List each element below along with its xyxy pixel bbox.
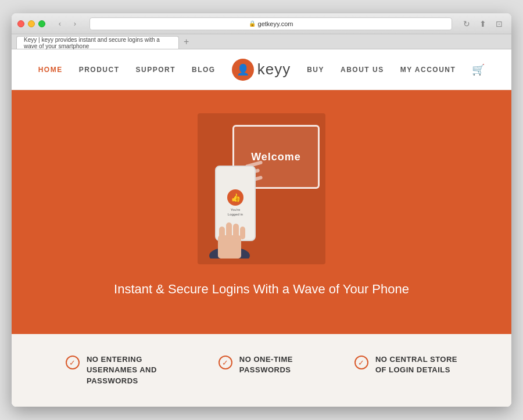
browser-tabbar: Keyy | keyy provides instant and secure … bbox=[12, 34, 511, 49]
hero-section: Welcome 👍 You'reLogged in bbox=[12, 90, 511, 334]
nav-home[interactable]: HOME bbox=[38, 66, 63, 74]
address-bar[interactable]: 🔒 getkeyy.com bbox=[89, 17, 452, 30]
feature-item-2: ✓ NO ONE-TIMEPASSWORDS bbox=[218, 354, 293, 375]
feature-text-2: NO ONE-TIMEPASSWORDS bbox=[239, 354, 293, 375]
maximize-button[interactable] bbox=[38, 20, 45, 27]
feature-text-3: NO CENTRAL STOREOF LOGIN DETAILS bbox=[375, 354, 457, 375]
back-button[interactable]: ‹ bbox=[53, 17, 66, 30]
hand-svg bbox=[206, 206, 262, 259]
svg-rect-5 bbox=[240, 227, 245, 239]
feature-check-icon-2: ✓ bbox=[218, 356, 232, 369]
hero-tagline: Instant & Secure Logins With a Wave of Y… bbox=[114, 282, 409, 297]
feature-text-1: NO ENTERINGUSERNAMES ANDPASSWORDS bbox=[87, 354, 157, 386]
close-button[interactable] bbox=[17, 20, 24, 27]
nav-list: HOME PRODUCT SUPPORT BLOG 👤 keyy BUY ABO… bbox=[38, 59, 485, 81]
hero-image: Welcome 👍 You'reLogged in bbox=[198, 113, 325, 264]
site-nav: HOME PRODUCT SUPPORT BLOG 👤 keyy BUY ABO… bbox=[12, 49, 511, 90]
nav-buy[interactable]: BUY bbox=[307, 66, 324, 74]
minimize-button[interactable] bbox=[28, 20, 35, 27]
lock-icon: 🔒 bbox=[249, 20, 256, 27]
browser-window: ‹ › 🔒 getkeyy.com ↻ ⬆ ⊡ Keyy | keyy prov… bbox=[12, 13, 511, 407]
nav-about[interactable]: ABOUT US bbox=[341, 66, 384, 74]
resize-button[interactable]: ⊡ bbox=[493, 17, 506, 30]
logo-text: keyy bbox=[257, 60, 291, 78]
new-tab-button[interactable]: + bbox=[181, 37, 191, 47]
feature-check-icon-3: ✓ bbox=[354, 356, 368, 369]
nav-blog[interactable]: BLOG bbox=[192, 66, 216, 74]
website-content: HOME PRODUCT SUPPORT BLOG 👤 keyy BUY ABO… bbox=[12, 49, 511, 407]
features-bar: ✓ NO ENTERINGUSERNAMES ANDPASSWORDS ✓ NO… bbox=[12, 334, 511, 407]
nav-product[interactable]: PRODUCT bbox=[79, 66, 120, 74]
tab-title: Keyy | keyy provides instant and secure … bbox=[24, 37, 171, 49]
refresh-button[interactable]: ↻ bbox=[460, 17, 473, 30]
nav-account[interactable]: MY ACCOUNT bbox=[400, 66, 456, 74]
forward-button[interactable]: › bbox=[69, 17, 81, 30]
url-text: getkeyy.com bbox=[258, 20, 293, 27]
nav-support[interactable]: SUPPORT bbox=[136, 66, 176, 74]
nav-logo[interactable]: 👤 keyy bbox=[232, 59, 291, 81]
cart-icon: 🛒 bbox=[472, 64, 485, 76]
feature-item-1: ✓ NO ENTERINGUSERNAMES ANDPASSWORDS bbox=[66, 354, 157, 386]
svg-rect-2 bbox=[219, 227, 225, 241]
svg-rect-4 bbox=[233, 224, 239, 239]
browser-nav: ‹ › bbox=[53, 17, 81, 30]
monitor-mockup: Welcome 👍 You'reLogged in bbox=[203, 119, 320, 259]
phone-thumbs-up-icon: 👍 bbox=[227, 189, 243, 206]
browser-titlebar: ‹ › 🔒 getkeyy.com ↻ ⬆ ⊡ bbox=[12, 13, 511, 34]
active-tab[interactable]: Keyy | keyy provides instant and secure … bbox=[16, 36, 179, 49]
share-button[interactable]: ⬆ bbox=[477, 17, 489, 30]
svg-rect-3 bbox=[226, 222, 232, 239]
feature-check-icon-1: ✓ bbox=[66, 356, 80, 369]
nav-cart[interactable]: 🛒 bbox=[472, 63, 485, 76]
logo-icon: 👤 bbox=[232, 59, 254, 81]
feature-item-3: ✓ NO CENTRAL STOREOF LOGIN DETAILS bbox=[354, 354, 457, 375]
